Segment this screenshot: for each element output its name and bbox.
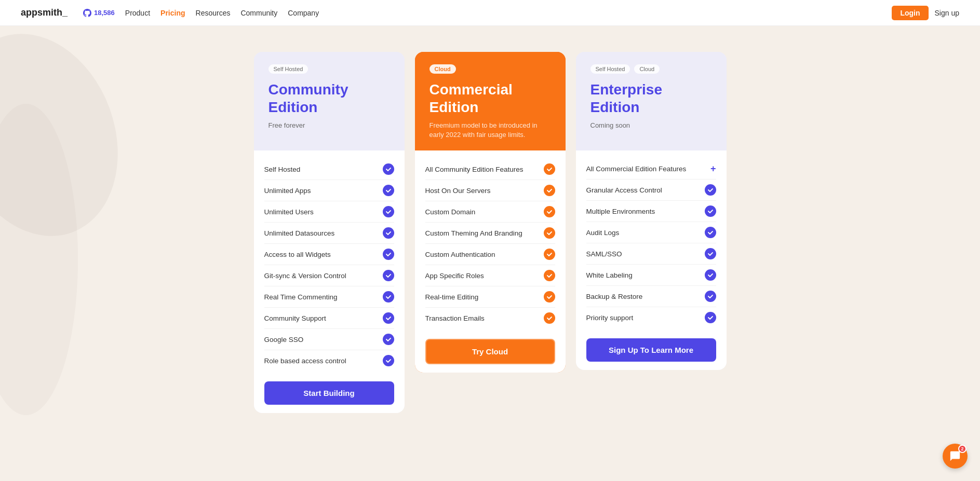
navbar: appsmith_ 18,586 Product Pricing Resourc… [0,0,980,26]
check-icon [383,206,394,217]
nav-community[interactable]: Community [240,9,277,17]
list-item: Real-time Editing [425,286,555,308]
community-features: Self Hosted Unlimited Apps Unlimited Use… [264,159,394,371]
nav-product[interactable]: Product [125,9,150,17]
chat-icon [949,450,961,462]
commercial-card-body: All Community Edition Features Host On O… [415,150,566,373]
list-item: Access to all Widgets [264,244,394,265]
check-icon [705,248,716,259]
list-item: Custom Authentication [425,244,555,265]
enterprise-title: Enterprise Edition [590,81,712,116]
nav-resources[interactable]: Resources [196,9,231,17]
check-icon [705,227,716,238]
check-icon [383,355,394,366]
signup-button[interactable]: Sign up [935,9,959,17]
list-item: App Specific Roles [425,265,555,286]
community-cta-button[interactable]: Start Building [264,381,394,405]
commercial-card-header: Cloud Commercial Edition Freemium model … [415,52,566,150]
list-item: All Community Edition Features [425,159,555,180]
enterprise-card-body: All Commercial Edition Features + Granul… [576,150,727,370]
list-item: Granular Access Control [586,180,716,201]
commercial-card: Cloud Commercial Edition Freemium model … [415,52,566,373]
check-icon [544,185,555,196]
commercial-title: Commercial Edition [429,81,551,116]
list-item: SAML/SSO [586,243,716,265]
list-item: White Labeling [586,265,716,286]
check-icon [544,291,555,303]
check-icon [705,184,716,196]
list-item: All Commercial Edition Features + [586,159,716,180]
check-icon [383,334,394,345]
login-button[interactable]: Login [892,6,928,20]
check-icon [544,270,555,281]
enterprise-badge-self-hosted: Self Hosted [590,64,630,74]
check-icon [705,205,716,217]
community-card: Self Hosted Community Edition Free forev… [254,52,405,413]
enterprise-card: Self Hosted Cloud Enterprise Edition Com… [576,52,727,370]
check-icon [705,269,716,281]
list-item: Host On Our Servers [425,180,555,201]
commercial-badges: Cloud [429,64,551,74]
list-item: Unlimited Apps [264,180,394,201]
list-item: Git-sync & Version Control [264,265,394,286]
list-item: Unlimited Users [264,201,394,223]
check-icon [705,312,716,323]
list-item: Custom Theming And Branding [425,223,555,244]
list-item: Priority support [586,307,716,328]
check-icon [544,312,555,324]
enterprise-badges: Self Hosted Cloud [590,64,712,74]
chat-badge-count: 2 [958,445,966,453]
nav-actions: Login Sign up [892,6,959,20]
community-badge: Self Hosted [269,64,308,74]
list-item: Transaction Emails [425,308,555,328]
commercial-cta-button[interactable]: Try Cloud [425,339,555,364]
pricing-section: Self Hosted Community Edition Free forev… [0,26,980,439]
github-icon [83,9,91,17]
logo: appsmith_ [21,7,68,18]
list-item: Backup & Restore [586,286,716,307]
check-icon [383,312,394,324]
chat-bubble[interactable]: 2 [943,444,968,469]
check-icon [705,291,716,302]
enterprise-subtitle: Coming soon [590,121,712,130]
nav-links: Product Pricing Resources Community Comp… [125,9,892,17]
check-icon [383,270,394,281]
community-card-header: Self Hosted Community Edition Free forev… [254,52,405,150]
list-item: Unlimited Datasources [264,223,394,244]
list-item: Audit Logs [586,222,716,243]
community-subtitle: Free forever [269,121,390,130]
list-item: Community Support [264,308,394,329]
list-item: Role based access control [264,350,394,371]
community-card-body: Self Hosted Unlimited Apps Unlimited Use… [254,150,405,413]
plus-icon: + [710,163,716,174]
check-icon [383,291,394,303]
check-icon [383,249,394,260]
list-item: Google SSO [264,329,394,350]
list-item: Custom Domain [425,201,555,223]
community-badges: Self Hosted [269,64,390,74]
list-item: Real Time Commenting [264,286,394,308]
commercial-badge: Cloud [429,64,456,74]
check-icon [544,163,555,175]
check-icon [544,206,555,217]
list-item: Multiple Environments [586,201,716,222]
enterprise-features: All Commercial Edition Features + Granul… [586,159,716,328]
github-stars: 18,586 [94,9,115,17]
check-icon [383,163,394,175]
commercial-subtitle: Freemium model to be introduced in early… [429,121,551,140]
nav-pricing[interactable]: Pricing [160,9,185,17]
check-icon [544,249,555,260]
github-link[interactable]: 18,586 [83,9,115,17]
community-title: Community Edition [269,81,390,116]
nav-company[interactable]: Company [288,9,319,17]
check-icon [544,227,555,239]
check-icon [383,185,394,196]
enterprise-cta-button[interactable]: Sign Up To Learn More [586,338,716,362]
enterprise-badge-cloud: Cloud [634,64,660,74]
check-icon [383,227,394,239]
list-item: Self Hosted [264,159,394,180]
enterprise-card-header: Self Hosted Cloud Enterprise Edition Com… [576,52,727,150]
commercial-features: All Community Edition Features Host On O… [425,159,555,328]
